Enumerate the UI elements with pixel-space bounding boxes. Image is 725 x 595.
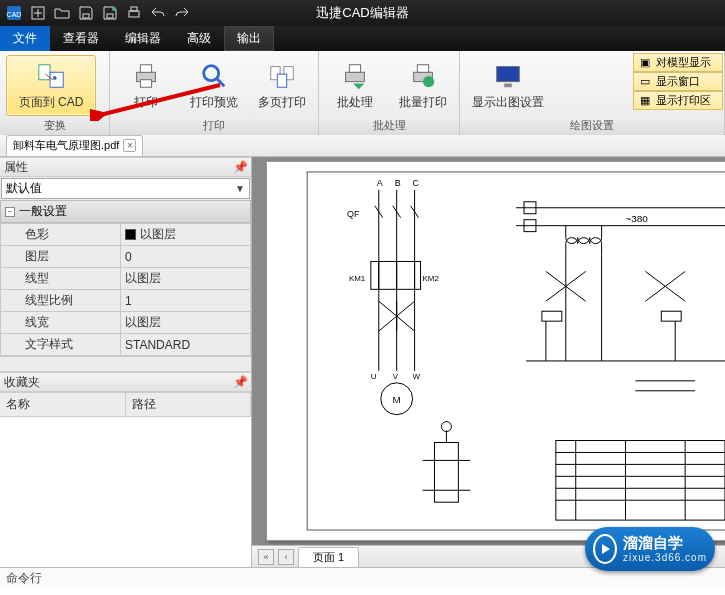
svg-rect-9 <box>50 72 63 87</box>
new-icon[interactable] <box>28 3 48 23</box>
open-icon[interactable] <box>52 3 72 23</box>
property-row[interactable]: 文字样式STANDARD <box>1 334 251 356</box>
property-value[interactable]: 0 <box>121 246 251 268</box>
batch-print-icon <box>407 60 439 92</box>
ribbon-side-options: ▣对模型显示 ▭显示窗口 ▦显示打印区 <box>633 53 723 110</box>
fav-col-name[interactable]: 名称 <box>0 393 126 416</box>
property-key: 文字样式 <box>1 334 121 356</box>
app-icon[interactable]: CAD <box>4 3 24 23</box>
svg-text:KM1: KM1 <box>349 274 366 283</box>
title-bar: CAD 迅捷CAD编辑器 <box>0 0 725 26</box>
property-key: 色彩 <box>1 224 121 246</box>
drawing-page[interactable]: ABC QF KM1KM2 UVW M <box>266 161 725 541</box>
monitor-icon <box>492 60 524 92</box>
property-row[interactable]: 色彩以图层 <box>1 224 251 246</box>
properties-combo[interactable]: 默认值 ▼ <box>1 178 250 199</box>
badge-title: 溜溜自学 <box>623 535 707 552</box>
color-swatch <box>125 229 136 240</box>
saveas-icon[interactable] <box>100 3 120 23</box>
save-icon[interactable] <box>76 3 96 23</box>
undo-icon[interactable] <box>148 3 168 23</box>
svg-rect-13 <box>140 80 151 88</box>
show-model-option[interactable]: ▣对模型显示 <box>633 53 723 72</box>
property-value[interactable]: 以图层 <box>121 312 251 334</box>
svg-point-71 <box>441 422 451 432</box>
left-pane: 属性 📌 默认值 ▼ − 一般设置 色彩以图层图层0线型以图层线型比例1线宽以图… <box>0 157 252 567</box>
svg-text:QF: QF <box>347 209 360 219</box>
property-value[interactable]: STANDARD <box>121 334 251 356</box>
svg-text:B: B <box>395 178 401 188</box>
redo-icon[interactable] <box>172 3 192 23</box>
svg-rect-62 <box>542 311 562 321</box>
svg-rect-19 <box>349 65 360 73</box>
group-convert-label: 变换 <box>0 116 109 135</box>
multipage-icon <box>266 60 298 92</box>
property-row[interactable]: 线型比例1 <box>1 290 251 312</box>
play-icon <box>593 534 617 564</box>
property-key: 线型比例 <box>1 290 121 312</box>
svg-rect-18 <box>346 72 365 81</box>
pin-icon[interactable]: 📌 <box>233 375 247 389</box>
menu-advanced[interactable]: 高级 <box>174 26 224 51</box>
page-to-cad-button[interactable]: 页面到 CAD <box>6 55 96 116</box>
plot-settings-button[interactable]: 显示出图设置 <box>466 55 550 116</box>
page-first-icon[interactable]: « <box>258 549 274 565</box>
show-printzone-option[interactable]: ▦显示打印区 <box>633 91 723 110</box>
property-row[interactable]: 线宽以图层 <box>1 312 251 334</box>
favorites-header: 收藏夹 📌 <box>0 372 251 392</box>
property-row[interactable]: 线型以图层 <box>1 268 251 290</box>
general-settings-header[interactable]: − 一般设置 <box>0 200 251 223</box>
show-window-option[interactable]: ▭显示窗口 <box>633 72 723 91</box>
pin-icon[interactable]: 📌 <box>233 160 247 174</box>
menu-viewer[interactable]: 查看器 <box>50 26 112 51</box>
svg-rect-23 <box>497 67 520 82</box>
schematic-drawing: ABC QF KM1KM2 UVW M <box>267 162 725 540</box>
svg-rect-4 <box>107 14 113 18</box>
cube-icon: ▣ <box>638 56 652 70</box>
svg-point-22 <box>423 76 434 87</box>
property-value[interactable]: 1 <box>121 290 251 312</box>
favorites-body <box>0 417 251 567</box>
group-draw-label: 绘图设置 <box>460 116 724 135</box>
svg-text:U: U <box>371 372 377 381</box>
workspace: 属性 📌 默认值 ▼ − 一般设置 色彩以图层图层0线型以图层线型比例1线宽以图… <box>0 157 725 567</box>
menu-editor[interactable]: 编辑器 <box>112 26 174 51</box>
svg-text:W: W <box>413 372 421 381</box>
svg-rect-69 <box>434 443 458 503</box>
zone-icon: ▦ <box>638 94 652 108</box>
svg-text:C: C <box>413 178 420 188</box>
print-button[interactable]: 打印 <box>116 55 176 116</box>
svg-point-10 <box>53 76 57 80</box>
quick-access-toolbar: CAD <box>0 3 196 23</box>
svg-rect-63 <box>661 311 681 321</box>
svg-text:V: V <box>393 372 399 381</box>
property-key: 图层 <box>1 246 121 268</box>
page-prev-icon[interactable]: ‹ <box>278 549 294 565</box>
svg-rect-21 <box>417 65 428 73</box>
menu-file[interactable]: 文件 <box>0 26 50 51</box>
fav-col-path[interactable]: 路径 <box>126 393 252 416</box>
ribbon: 页面到 CAD 变换 打印 打印预览 多页打印 打印 批处理 <box>0 51 725 135</box>
batch-button[interactable]: 批处理 <box>325 55 385 116</box>
document-tab[interactable]: 卸料车电气原理图.pdf × <box>6 135 143 156</box>
print-icon[interactable] <box>124 3 144 23</box>
page-tab[interactable]: 页面 1 <box>298 547 359 567</box>
batch-print-button[interactable]: 批量打印 <box>393 55 453 116</box>
ribbon-group-convert: 页面到 CAD 变换 <box>0 51 110 134</box>
group-print-label: 打印 <box>110 116 318 135</box>
menu-output[interactable]: 输出 <box>224 26 274 51</box>
ribbon-group-print: 打印 打印预览 多页打印 打印 <box>110 51 319 134</box>
badge-subtitle: zixue.3d66.com <box>623 552 707 563</box>
property-row[interactable]: 图层0 <box>1 246 251 268</box>
magnifier-icon <box>198 60 230 92</box>
svg-rect-7 <box>131 7 137 11</box>
multi-print-button[interactable]: 多页打印 <box>252 55 312 116</box>
svg-rect-8 <box>39 65 50 80</box>
close-tab-icon[interactable]: × <box>123 139 136 152</box>
canvas-viewport[interactable]: ABC QF KM1KM2 UVW M <box>252 157 725 545</box>
print-preview-button[interactable]: 打印预览 <box>184 55 244 116</box>
collapse-icon[interactable]: − <box>5 207 15 217</box>
properties-header: 属性 📌 <box>0 157 251 177</box>
property-value[interactable]: 以图层 <box>121 268 251 290</box>
property-value[interactable]: 以图层 <box>121 224 251 246</box>
